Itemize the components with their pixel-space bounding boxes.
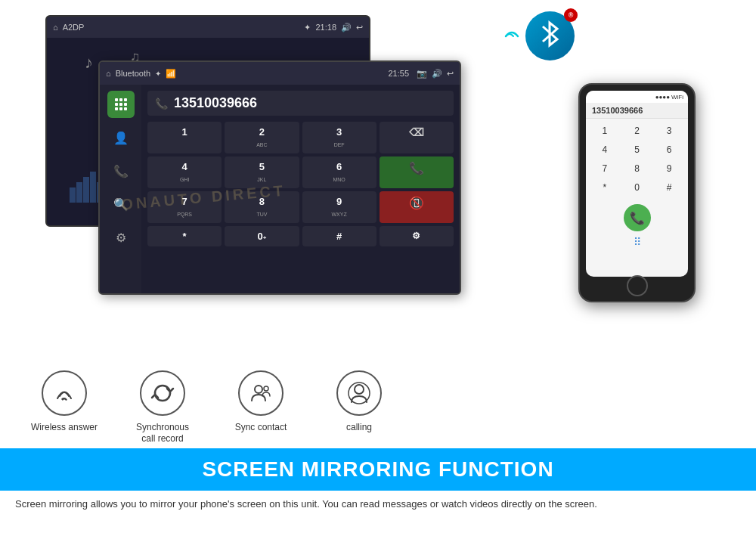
volume-icon: 🔊 — [341, 23, 352, 33]
phone-sidebar: 👤 📞 🔍 ⚙ — [100, 85, 141, 293]
phone-number-display: 📞 13510039666 — [147, 91, 454, 116]
svg-rect-8 — [124, 107, 127, 110]
key-6[interactable]: 6MNO — [302, 156, 376, 188]
phone-key-4[interactable]: 4 — [589, 141, 621, 159]
registered-mark: ® — [564, 8, 578, 22]
phone-key-6[interactable]: 6 — [653, 141, 685, 159]
front-screen: ⌂ Bluetooth ✦ 📶 21:55 📷 🔊 ↩ — [98, 60, 461, 295]
phone-key-8[interactable]: 8 — [621, 160, 653, 178]
phone-wave-icon — [52, 381, 76, 405]
sync-contact-icon — [238, 370, 284, 416]
key-backspace[interactable]: ⌫ — [380, 122, 454, 153]
call-log-sidebar-icon[interactable]: 📞 — [107, 157, 135, 184]
key-call-red[interactable]: 📵 — [380, 191, 454, 223]
key-options[interactable]: ⚙ — [380, 226, 454, 246]
phone-key-0[interactable]: 0 — [621, 178, 653, 197]
bluetooth-label: Bluetooth — [116, 69, 150, 78]
home-icon: ⌂ — [53, 23, 58, 32]
key-4[interactable]: 4GHI — [147, 156, 222, 188]
key-hash[interactable]: # — [302, 226, 376, 246]
key-9[interactable]: 9WXYZ — [302, 191, 376, 223]
svg-point-9 — [669, 310, 752, 355]
settings-sidebar-icon[interactable]: ⚙ — [107, 224, 135, 251]
phone-home-button[interactable] — [627, 275, 648, 296]
phone-key-3[interactable]: 3 — [653, 122, 685, 140]
sync-call-icon — [140, 370, 185, 416]
top-section: ⌂ A2DP ✦ 21:18 🔊 ↩ ♪ ♫ ♪ — [0, 0, 756, 325]
calling-label: calling — [346, 422, 372, 434]
svg-point-12 — [355, 385, 364, 394]
key-2[interactable]: 2ABC — [225, 122, 299, 153]
key-3[interactable]: 3DEF — [302, 122, 376, 153]
bt-icon: ✦ — [155, 70, 161, 78]
phone-key-star[interactable]: * — [589, 178, 621, 197]
phone-screen-number: 13510039666 — [586, 103, 688, 119]
front-back-icon: ↩ — [447, 69, 454, 79]
key-8[interactable]: 8TUV — [225, 191, 299, 223]
dialpad-sidebar-icon[interactable] — [107, 91, 135, 118]
front-screen-body: 👤 📞 🔍 ⚙ 📞 13510039666 1 2ABC 3D — [100, 85, 460, 293]
key-call-green[interactable]: 📞 — [380, 156, 454, 188]
phone-number-text: 13510039666 — [174, 95, 257, 111]
sync-call-label: Synchronouscall record — [136, 422, 189, 445]
feature-sync-call: Synchronouscall record — [121, 370, 204, 445]
phone-key-2[interactable]: 2 — [621, 122, 653, 140]
svg-rect-0 — [115, 98, 118, 101]
calling-icon — [336, 370, 382, 416]
sync-contact-label: Sync contact — [235, 422, 287, 434]
phone-device-screen: ●●●● WiFi 13510039666 1 2 3 4 5 6 7 8 9 — [586, 91, 688, 277]
phone-key-7[interactable]: 7 — [589, 160, 621, 178]
key-1[interactable]: 1 — [147, 122, 222, 153]
svg-rect-3 — [115, 103, 118, 106]
svg-rect-1 — [119, 98, 122, 101]
description-area: Screen mirroring allows you to mirror yo… — [0, 491, 756, 536]
phone-signal: ●●●● — [655, 94, 670, 101]
contacts-sidebar-icon[interactable]: 👤 — [107, 124, 135, 151]
key-star[interactable]: * — [147, 226, 222, 246]
hand-area: ●●●● WiFi 13510039666 1 2 3 4 5 6 7 8 9 — [559, 45, 741, 348]
phone-wifi: WiFi — [671, 94, 683, 101]
caller-id-icon — [347, 381, 371, 405]
key-0[interactable]: 0+ — [225, 226, 299, 246]
call-status-icon: 📞 — [155, 98, 168, 110]
phone-key-9[interactable]: 9 — [653, 160, 685, 178]
contacts-sync-icon — [249, 381, 273, 405]
bluetooth-icon-small: ✦ — [304, 23, 311, 33]
svg-rect-7 — [119, 107, 122, 110]
phone-call-button[interactable]: 📞 — [624, 204, 651, 231]
camera-icon: 📷 — [417, 69, 427, 79]
wireless-answer-label: Wireless answer — [31, 422, 98, 434]
svg-rect-4 — [119, 103, 122, 106]
phone-key-5[interactable]: 5 — [621, 141, 653, 159]
svg-point-11 — [264, 386, 268, 391]
feature-sync-contact: Sync contact — [219, 370, 302, 434]
back-icon: ↩ — [356, 23, 363, 33]
sync-icon — [150, 381, 175, 405]
mirroring-title: SCREEN MIRRORING FUNCTION — [15, 457, 741, 482]
front-screen-statusbar: ⌂ Bluetooth ✦ 📶 21:55 📷 🔊 ↩ — [100, 62, 460, 85]
phone-grid-icon[interactable]: ⠿ — [634, 236, 641, 248]
front-volume-icon: 🔊 — [432, 69, 442, 79]
front-time: 21:55 — [388, 69, 409, 78]
keypad-grid: 1 2ABC 3DEF ⌫ 4GHI 5JKL 6MNO 📞 7PQRS 8TU… — [147, 122, 454, 246]
mirroring-banner: SCREEN MIRRORING FUNCTION — [0, 448, 756, 491]
key-7[interactable]: 7PQRS — [147, 191, 222, 223]
phone-key-hash[interactable]: # — [653, 178, 685, 197]
phone-device-statusbar: ●●●● WiFi — [586, 91, 688, 103]
feature-calling: calling — [318, 370, 401, 434]
svg-rect-2 — [124, 98, 127, 101]
key-5[interactable]: 5JKL — [225, 156, 299, 188]
svg-rect-6 — [115, 107, 118, 110]
signal-icon: 📶 — [166, 69, 176, 79]
phone-dialer: 📞 13510039666 1 2ABC 3DEF ⌫ 4GHI 5JKL 6M… — [141, 85, 460, 293]
feature-wireless-answer: Wireless answer — [23, 370, 106, 434]
phone-key-1[interactable]: 1 — [589, 122, 621, 140]
search-sidebar-icon[interactable]: 🔍 — [107, 191, 135, 218]
a2dp-label: A2DP — [63, 23, 85, 32]
back-screen-time: 21:18 — [315, 23, 336, 32]
phone-grid-btn-area: ⠿ — [586, 236, 688, 248]
music-note-1: ♪ — [85, 53, 93, 73]
phone-keypad-small: 1 2 3 4 5 6 7 8 9 * 0 # — [586, 119, 688, 200]
wireless-answer-icon — [42, 370, 87, 416]
bt-waves — [495, 25, 522, 51]
